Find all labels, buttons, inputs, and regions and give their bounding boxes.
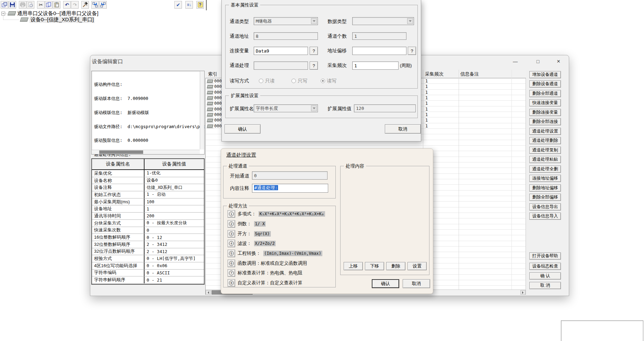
driver-info-vertical-scrollbar[interactable] — [200, 71, 204, 149]
dialog-ok-button[interactable]: 确认 — [372, 279, 399, 288]
move-down-button[interactable]: 下移 — [365, 262, 384, 270]
method-8-button[interactable]: 8 — [228, 279, 235, 287]
channel-process-help-button[interactable]: ? — [310, 61, 318, 70]
method-6-button[interactable]: 6 — [228, 260, 235, 267]
sort-list-icon[interactable]: ≡↓ — [185, 1, 193, 9]
radio-read-write[interactable] — [321, 79, 325, 83]
table-row[interactable]: 最小采集周期(ms)100 — [92, 198, 204, 206]
delete-channel-button[interactable]: 删除设备通道 — [529, 80, 561, 88]
delete-address-offset-button[interactable]: 删除地址偏移 — [529, 184, 561, 192]
channel-process-set-button[interactable]: 通道处理设置 — [529, 128, 561, 135]
delete-all-links-button[interactable]: 删除全部连接 — [529, 118, 561, 125]
add-channel-button[interactable]: 增加设备通道 — [529, 71, 561, 78]
data-type-dropdown[interactable] — [352, 17, 414, 25]
radio-write-only-label[interactable]: 只写 — [298, 78, 307, 84]
method-3-button[interactable]: 3 — [228, 230, 235, 238]
upload-project-icon[interactable] — [99, 1, 107, 9]
channel-process-delete-all-button[interactable]: 通道处理全删 — [529, 166, 561, 173]
channel-process-paste-button[interactable]: 通道处理粘贴 — [529, 156, 561, 163]
table-row[interactable]: 设备名称设备0 — [92, 177, 204, 184]
download-project-icon[interactable] — [91, 1, 99, 9]
delete-all-offsets-button[interactable]: 删除全部偏移 — [529, 194, 561, 201]
ext-property-value-input[interactable] — [354, 104, 416, 112]
radio-read-only-label[interactable]: 只读 — [265, 78, 275, 84]
help-icon[interactable]: ? — [196, 1, 204, 9]
table-row[interactable]: 设备注释信捷_XD系列_串口 — [92, 184, 204, 191]
print-icon[interactable] — [19, 1, 26, 9]
chevron-down-icon[interactable] — [311, 18, 317, 24]
tools-icon[interactable] — [81, 1, 89, 9]
table-row[interactable]: 采集优化1-优化 — [92, 170, 204, 177]
scroll-left-button[interactable] — [206, 290, 211, 295]
radio-read-only[interactable] — [259, 79, 263, 83]
comment-input[interactable]: #通道处理: — [252, 184, 328, 193]
dialog-cancel-button[interactable]: 取消 — [403, 279, 430, 288]
copy-icon[interactable] — [45, 1, 53, 9]
link-address-offset-button[interactable]: 连接地址偏移 — [529, 175, 561, 182]
table-row[interactable]: 字符串解码顺序0 - 21 — [92, 276, 204, 284]
new-window-icon[interactable] — [1, 1, 8, 9]
move-up-button[interactable]: 上移 — [344, 262, 363, 270]
dialog-cancel-button[interactable]: 取消 — [385, 124, 421, 134]
table-row[interactable]: 分块采集方式0 - 按最大长度分块 — [92, 220, 204, 227]
cut-icon[interactable]: ✂ — [37, 1, 45, 9]
table-row[interactable]: 校验方式0 - LH[低字节,高字节] — [92, 255, 204, 262]
channel-count-input[interactable] — [352, 32, 406, 40]
channel-address-input[interactable] — [254, 32, 318, 40]
method-1-button[interactable]: 1 — [228, 210, 235, 218]
address-offset-help-button[interactable]: ? — [408, 47, 416, 55]
method-5-button[interactable]: 5 — [228, 250, 235, 257]
chevron-down-icon[interactable] — [407, 18, 413, 24]
ext-property-name-dropdown[interactable]: 字符串长度 — [254, 104, 318, 112]
link-variable-input[interactable] — [254, 47, 308, 55]
delete-link-variable-button[interactable]: 删除连接变量 — [529, 109, 561, 116]
window-ok-button[interactable]: 确 认 — [529, 272, 561, 280]
window-cancel-button[interactable]: 取 消 — [529, 282, 561, 289]
tree-item-device0[interactable]: 设备0--[信捷_XD系列_串口] — [30, 16, 95, 23]
process-content-listbox[interactable] — [561, 320, 643, 341]
table-row[interactable]: 32位整数解码顺序2 - 3412 — [92, 241, 204, 248]
table-row[interactable]: 初始工作状态1 - 启动 — [92, 191, 204, 198]
table-row[interactable]: 通讯等待时间200 — [92, 213, 204, 220]
method-7-button[interactable]: 7 — [228, 269, 235, 277]
method-4-button[interactable]: 4 — [228, 240, 235, 247]
table-row[interactable]: 32位浮点数解码顺序2 - 3412 — [92, 248, 204, 255]
radio-write-only[interactable] — [291, 79, 296, 83]
channel-type-dropdown[interactable]: M继电器 — [254, 17, 318, 25]
collect-freq-input[interactable] — [352, 61, 399, 70]
undo-icon[interactable]: ↶ — [63, 1, 71, 9]
table-row[interactable]: 字符串编码0 - ASCII — [92, 270, 204, 277]
minimize-button[interactable]: — — [509, 57, 522, 66]
tree-item-parent-device[interactable]: 通用串口父设备0--[通用串口父设备] — [17, 10, 99, 17]
table-row[interactable]: 16位整数解码顺序0 - 12 — [92, 234, 204, 241]
syntax-check-icon[interactable]: ✔ — [174, 1, 182, 9]
address-offset-input[interactable] — [352, 47, 406, 55]
method-2-button[interactable]: 2 — [228, 220, 235, 228]
scrollbar-thumb[interactable] — [99, 150, 143, 154]
close-button[interactable]: × — [552, 57, 565, 66]
channel-process-input[interactable] — [254, 61, 308, 70]
set-button[interactable]: 设置 — [407, 262, 427, 270]
maximize-button[interactable]: □ — [531, 57, 544, 66]
table-row[interactable]: 4区16位写功能码选择0 - 0x06 — [92, 262, 204, 270]
table-row[interactable]: 快速采集次数0 — [92, 227, 204, 234]
scroll-right-button[interactable] — [520, 290, 526, 295]
radio-read-write-label[interactable]: 读写 — [327, 78, 336, 84]
paste-icon[interactable] — [53, 1, 60, 9]
import-device-info-button[interactable]: 设备信息导入 — [529, 213, 561, 220]
chevron-down-icon[interactable] — [311, 105, 317, 111]
delete-button[interactable]: 删除 — [386, 262, 405, 270]
link-variable-help-button[interactable]: ? — [310, 47, 318, 55]
delete-all-channels-button[interactable]: 删除全部通道 — [529, 90, 561, 97]
device-config-check-button[interactable]: 设备组态检查 — [529, 263, 561, 270]
export-device-info-button[interactable]: 设备信息导出 — [529, 203, 561, 211]
save-icon[interactable] — [9, 1, 16, 9]
channel-process-delete-button[interactable]: 通道处理删除 — [529, 137, 561, 144]
channel-process-copy-button[interactable]: 通道处理复制 — [529, 147, 561, 154]
open-device-help-button[interactable]: 打开设备帮助 — [529, 252, 561, 260]
tree-collapse-toggle[interactable] — [1, 12, 5, 15]
quick-link-variable-button[interactable]: 快速连接变量 — [529, 99, 561, 106]
driver-info-horizontal-scrollbar[interactable] — [92, 150, 200, 154]
print-preview-icon[interactable] — [27, 1, 34, 9]
table-row[interactable]: 设备地址1 — [92, 205, 204, 213]
